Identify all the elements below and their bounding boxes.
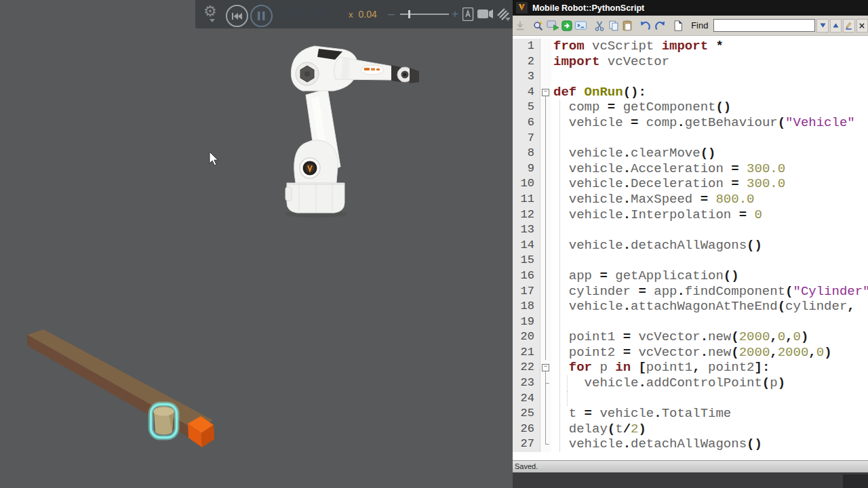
fold-margin: [540, 299, 551, 314]
fold-margin: [540, 345, 551, 361]
line-number: 5: [513, 100, 540, 115]
settings-gear-icon[interactable]: ⚙: [203, 3, 217, 20]
visual-components-logo-icon: [516, 2, 528, 14]
cut-button[interactable]: [593, 18, 606, 33]
pdf-icon: [462, 7, 474, 21]
fold-margin: [540, 207, 551, 223]
speed-increase-button[interactable]: +: [452, 7, 458, 21]
fold-margin[interactable]: −: [540, 85, 551, 100]
find-close-button[interactable]: [856, 19, 868, 33]
code-line: 2import vcVector: [513, 54, 868, 70]
code-text: vehicle = comp.getBehaviour("Vehicle": [551, 115, 868, 131]
undo-button[interactable]: [639, 18, 652, 33]
fold-margin: [540, 192, 551, 207]
code-line: 3: [513, 69, 868, 85]
copy-icon: [608, 20, 620, 32]
debug-button[interactable]: [532, 18, 545, 33]
fold-margin: [540, 375, 551, 391]
mouse-cursor: [210, 152, 218, 165]
code-line: 14 vehicle.detachAllWagons(): [513, 238, 868, 253]
line-number: 15: [513, 253, 540, 268]
record-video-button[interactable]: [477, 9, 494, 22]
line-number: 6: [513, 115, 540, 131]
speed-readout[interactable]: x0.04: [349, 9, 377, 20]
speed-slider[interactable]: [400, 9, 449, 19]
new-page-button[interactable]: [671, 18, 684, 33]
viewport-3d[interactable]: ⚙ 0:00:03 x0.04 –: [0, 0, 513, 488]
find-previous-button[interactable]: [830, 19, 842, 33]
code-text: vehicle.detachAllWagons(): [551, 238, 868, 253]
find-next-button[interactable]: [816, 19, 828, 33]
code-text: vehicle.attachWagonAtTheEnd(cylinder,: [551, 299, 868, 314]
line-number: 24: [513, 391, 540, 407]
line-number: 21: [513, 345, 540, 361]
new-page-icon: [672, 20, 684, 32]
line-number: 19: [513, 314, 540, 330]
export-pdf-button[interactable]: [462, 7, 474, 24]
line-number: 1: [513, 39, 540, 54]
code-text: cylinder = app.findComponent("Cylinder": [551, 284, 868, 300]
fold-margin[interactable]: −: [540, 360, 551, 375]
code-editor[interactable]: 1from vcScript import *2import vcVector3…: [513, 35, 868, 460]
console-icon: [574, 19, 587, 32]
find-input[interactable]: [713, 19, 815, 32]
import-button[interactable]: [514, 18, 527, 33]
render-options-icon: [496, 7, 511, 21]
speed-decrease-button[interactable]: –: [388, 7, 394, 21]
fold-collapse-icon[interactable]: −: [542, 364, 549, 371]
line-number: 27: [513, 436, 540, 452]
paste-icon: [621, 20, 633, 32]
editor-toolbar: Find: [513, 16, 868, 36]
fold-margin: [540, 146, 551, 161]
fold-margin: [540, 391, 551, 407]
paste-button[interactable]: [621, 18, 634, 33]
code-line: 13: [513, 222, 868, 238]
find-label: Find: [691, 20, 708, 30]
fold-margin: [540, 39, 551, 54]
rewind-button[interactable]: [226, 5, 248, 27]
robot-arm[interactable]: [285, 46, 419, 218]
find-next-icon: [818, 21, 827, 30]
rewind-icon: [232, 12, 242, 20]
code-line: 12 vehicle.Interpolation = 0: [513, 207, 868, 223]
fold-margin: [540, 69, 551, 85]
line-number: 20: [513, 329, 540, 345]
code-line: 9 vehicle.Acceleration = 300.0: [513, 161, 868, 177]
slider-thumb[interactable]: [408, 10, 410, 18]
run-trace-button[interactable]: [547, 18, 559, 33]
code-text: [551, 131, 868, 146]
line-number: 8: [513, 146, 540, 161]
panel-title: Mobile Robot::PythonScript: [532, 3, 644, 13]
pause-button[interactable]: [250, 5, 273, 27]
line-number: 18: [513, 299, 540, 314]
code-line: 17 cylinder = app.findComponent("Cylinde…: [513, 284, 868, 300]
code-line: 10 vehicle.Deceleration = 300.0: [513, 176, 868, 192]
pause-icon: [258, 12, 265, 20]
highlight-all-button[interactable]: [843, 19, 854, 33]
fold-margin: [540, 406, 551, 422]
line-number: 13: [513, 222, 540, 238]
console-button[interactable]: [574, 18, 587, 33]
code-text: [551, 314, 868, 330]
line-number: 17: [513, 284, 540, 300]
fold-margin: [540, 422, 551, 437]
line-number: 22: [513, 360, 540, 375]
simulation-time: 0:00:03: [275, 6, 329, 22]
code-line: 6 vehicle = comp.getBehaviour("Vehicle": [513, 115, 868, 131]
code-text: delay(t/2): [551, 422, 868, 437]
selected-cylinder[interactable]: [151, 405, 177, 438]
render-options-button[interactable]: [496, 7, 511, 24]
apply-button[interactable]: [561, 18, 574, 33]
fold-collapse-icon[interactable]: −: [542, 89, 549, 96]
slider-track: [400, 14, 449, 15]
code-text: from vcScript import *: [551, 39, 868, 54]
copy-button[interactable]: [607, 18, 620, 33]
panel-titlebar[interactable]: Mobile Robot::PythonScript: [513, 0, 868, 16]
redo-button[interactable]: [654, 18, 667, 33]
conveyor-beam[interactable]: [27, 329, 213, 442]
code-line: 7: [513, 131, 868, 146]
settings-caret-icon[interactable]: [210, 19, 215, 22]
code-text: vehicle.Interpolation = 0: [551, 207, 868, 223]
code-text: vehicle.addControlPoint(p): [551, 375, 868, 391]
bottom-strip: [513, 472, 868, 488]
